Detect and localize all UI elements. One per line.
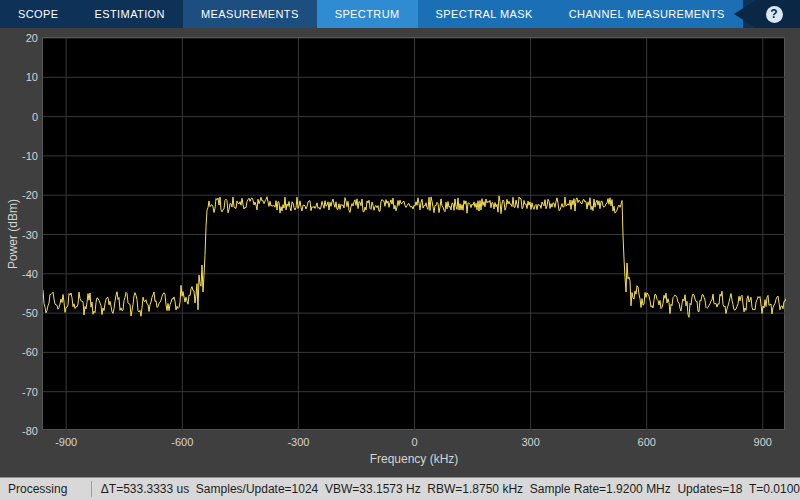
tab-estimation[interactable]: ESTIMATION xyxy=(77,0,183,28)
status-bar: Processing ΔT=533.3333 us Samples/Update… xyxy=(0,477,800,500)
spectrum-analyzer-window: SCOPE ESTIMATION MEASUREMENTS SPECTRUM S… xyxy=(0,0,800,500)
y-tick-label: 10 xyxy=(0,70,38,84)
y-tick-label: -60 xyxy=(0,345,38,359)
spectrum-trace xyxy=(43,38,786,431)
plot-region: Power (dBm) 20100-10-20-30-40-50-60-70-8… xyxy=(0,28,800,477)
tab-spectral-mask[interactable]: SPECTRAL MASK xyxy=(418,0,551,28)
tab-scope[interactable]: SCOPE xyxy=(0,0,77,28)
y-tick-label: -50 xyxy=(0,306,38,320)
y-tick-label: -30 xyxy=(0,228,38,242)
tab-measurements[interactable]: MEASUREMENTS xyxy=(183,0,317,28)
x-axis-label: Frequency (kHz) xyxy=(370,452,459,466)
x-tick-label: 300 xyxy=(521,435,539,449)
x-axis-ticks: -900-600-3000300600900 xyxy=(0,435,800,449)
x-tick-label: -900 xyxy=(55,435,77,449)
y-tick-label: -10 xyxy=(0,149,38,163)
x-tick-label: -600 xyxy=(171,435,193,449)
y-tick-label: -20 xyxy=(0,188,38,202)
x-tick-label: 900 xyxy=(754,435,772,449)
y-tick-label: 20 xyxy=(0,31,38,45)
y-tick-label: -70 xyxy=(0,385,38,399)
help-icon: ? xyxy=(766,6,783,23)
help-button[interactable]: ? xyxy=(734,0,800,28)
tab-spectrum[interactable]: SPECTRUM xyxy=(317,0,418,28)
x-tick-label: -300 xyxy=(287,435,309,449)
x-tick-label: 600 xyxy=(638,435,656,449)
spectrum-plot[interactable] xyxy=(42,37,785,430)
status-stats: ΔT=533.3333 us Samples/Update=1024 VBW=3… xyxy=(92,482,800,496)
tab-channel-measurements[interactable]: CHANNEL MEASUREMENTS xyxy=(551,0,743,28)
x-tick-label: 0 xyxy=(411,435,417,449)
y-axis-ticks: 20100-10-20-30-40-50-60-70-80 xyxy=(0,28,38,477)
y-tick-label: -40 xyxy=(0,267,38,281)
status-state: Processing xyxy=(0,482,91,496)
y-tick-label: 0 xyxy=(0,110,38,124)
toolbar: SCOPE ESTIMATION MEASUREMENTS SPECTRUM S… xyxy=(0,0,800,28)
